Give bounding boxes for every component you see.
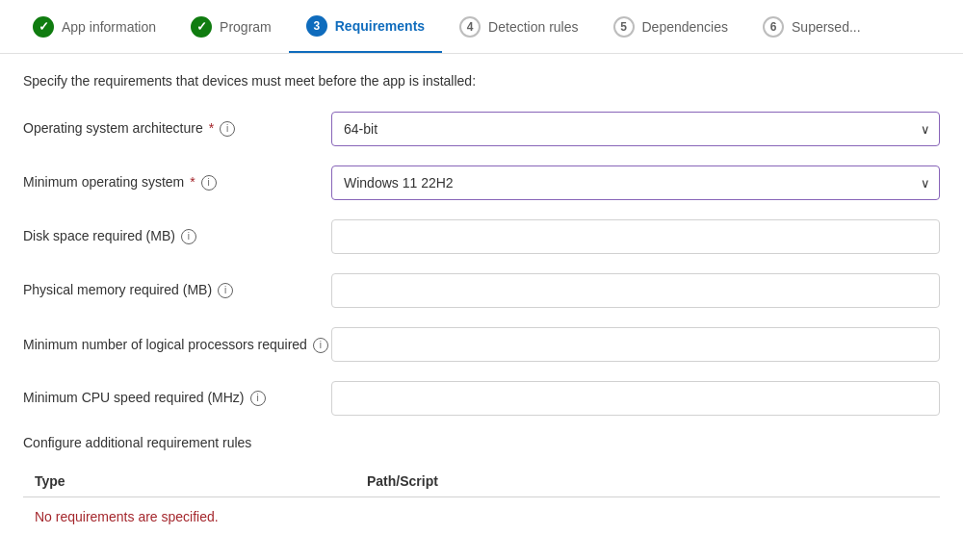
checkmark-icon: ✓ (39, 19, 49, 34)
page-description: Specify the requirements that devices mu… (23, 73, 940, 89)
step-circle-3: 3 (306, 15, 327, 37)
step-circle-5: 5 (613, 16, 635, 38)
wizard-nav: ✓ App information ✓ Program 3 Requiremen… (0, 0, 963, 54)
physical-memory-row: Physical memory required (MB) i (23, 273, 940, 308)
cpu-speed-input[interactable] (331, 381, 940, 416)
empty-message: No requirements are specified. (23, 497, 940, 537)
nav-step-requirements[interactable]: 3 Requirements (289, 0, 442, 53)
additional-rules-section-title: Configure additional requirement rules (23, 435, 940, 450)
os-architecture-info-icon[interactable]: i (220, 121, 235, 137)
logical-processors-control (331, 327, 940, 362)
physical-memory-control (331, 273, 940, 308)
requirements-table: Type Path/Script No requirements are spe… (23, 466, 940, 536)
logical-processors-input[interactable] (331, 327, 940, 362)
disk-space-label: Disk space required (MB) i (23, 227, 331, 246)
physical-memory-label-text: Physical memory required (MB) (23, 281, 212, 300)
step-circle-2: ✓ (191, 16, 212, 38)
requirements-table-header-row: Type Path/Script (23, 466, 940, 497)
step-number-4: 4 (467, 20, 474, 34)
nav-step-label-app-information: App information (62, 19, 156, 35)
minimum-os-row: Minimum operating system * i Windows 10 … (23, 165, 940, 200)
minimum-os-label: Minimum operating system * i (23, 173, 331, 192)
logical-processors-info-icon[interactable]: i (313, 338, 328, 353)
cpu-speed-control (331, 381, 940, 416)
minimum-os-control: Windows 10 1903 Windows 10 2004 Windows … (331, 165, 940, 200)
nav-step-label-program: Program (220, 19, 272, 35)
cpu-speed-label: Minimum CPU speed required (MHz) i (23, 389, 331, 408)
minimum-os-info-icon[interactable]: i (201, 175, 217, 191)
os-architecture-required: * (209, 119, 214, 139)
nav-step-dependencies[interactable]: 5 Dependencies (596, 0, 746, 53)
minimum-os-select[interactable]: Windows 10 1903 Windows 10 2004 Windows … (331, 165, 940, 200)
logical-processors-label-text: Minimum number of logical processors req… (23, 336, 307, 355)
main-content: Specify the requirements that devices mu… (0, 54, 963, 555)
minimum-os-select-wrapper: Windows 10 1903 Windows 10 2004 Windows … (331, 165, 940, 200)
step-number-6: 6 (770, 20, 777, 34)
step-circle-1: ✓ (33, 16, 54, 38)
cpu-speed-label-text: Minimum CPU speed required (MHz) (23, 389, 245, 408)
cpu-speed-info-icon[interactable]: i (250, 391, 266, 406)
nav-step-label-supersedence: Supersed... (792, 19, 861, 35)
minimum-os-label-text: Minimum operating system (23, 173, 184, 192)
step-number-3: 3 (313, 19, 320, 33)
requirements-table-head: Type Path/Script (23, 466, 940, 497)
nav-step-program[interactable]: ✓ Program (173, 0, 289, 53)
disk-space-info-icon[interactable]: i (181, 229, 196, 244)
os-architecture-select[interactable]: 32-bit 64-bit 32-bit and 64-bit (331, 112, 940, 146)
physical-memory-label: Physical memory required (MB) i (23, 281, 331, 300)
logical-processors-row: Minimum number of logical processors req… (23, 327, 940, 362)
table-row-empty: No requirements are specified. (23, 497, 940, 537)
physical-memory-info-icon[interactable]: i (218, 283, 233, 298)
os-architecture-select-wrapper: 32-bit 64-bit 32-bit and 64-bit ∨ (331, 112, 940, 146)
minimum-os-required: * (190, 173, 195, 192)
step-circle-4: 4 (459, 16, 481, 38)
requirements-table-body: No requirements are specified. (23, 497, 940, 537)
disk-space-input[interactable] (331, 219, 940, 254)
disk-space-row: Disk space required (MB) i (23, 219, 940, 254)
os-architecture-label-text: Operating system architecture (23, 119, 203, 139)
nav-step-supersedence[interactable]: 6 Supersed... (745, 0, 878, 53)
additional-rules-label: Configure additional requirement rules (23, 435, 251, 450)
physical-memory-input[interactable] (331, 273, 940, 308)
os-architecture-control: 32-bit 64-bit 32-bit and 64-bit ∨ (331, 112, 940, 146)
disk-space-control (331, 219, 940, 254)
os-architecture-row: Operating system architecture * i 32-bit… (23, 112, 940, 146)
disk-space-label-text: Disk space required (MB) (23, 227, 175, 246)
nav-step-label-detection-rules: Detection rules (488, 19, 578, 35)
nav-step-label-requirements: Requirements (335, 18, 425, 34)
table-header-path-script: Path/Script (355, 466, 940, 497)
checkmark-icon-2: ✓ (196, 19, 207, 34)
step-circle-6: 6 (763, 16, 784, 38)
step-number-5: 5 (620, 20, 627, 34)
nav-step-app-information[interactable]: ✓ App information (15, 0, 173, 53)
table-header-type: Type (23, 466, 355, 497)
logical-processors-label: Minimum number of logical processors req… (23, 334, 331, 355)
os-architecture-label: Operating system architecture * i (23, 119, 331, 139)
nav-step-label-dependencies: Dependencies (642, 19, 729, 35)
nav-step-detection-rules[interactable]: 4 Detection rules (442, 0, 595, 53)
cpu-speed-row: Minimum CPU speed required (MHz) i (23, 381, 940, 416)
